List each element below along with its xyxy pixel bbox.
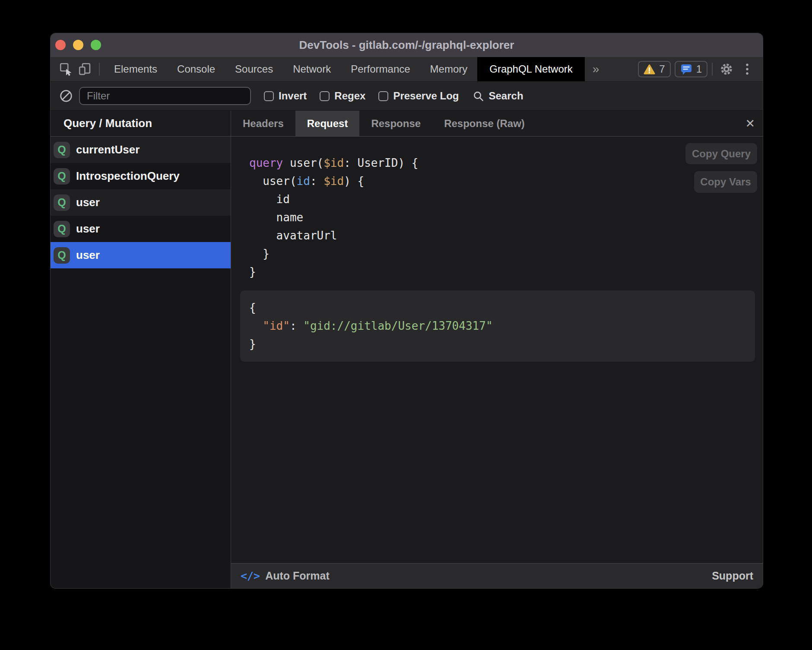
code-token: id [249,193,290,206]
code-token: $id [324,175,344,188]
tab-sources[interactable]: Sources [225,57,283,81]
detail-panel: HeadersRequestResponseResponse (Raw) ✕ q… [231,111,763,588]
traffic-lights [55,40,101,50]
code-token: user( [249,175,297,188]
query-list-item[interactable]: Quser [51,242,231,268]
code-token: id [297,175,310,188]
query-type-badge: Q [54,221,70,237]
code-token: "id" [263,319,290,332]
code-token: } [249,338,256,350]
checkbox-label: Preserve Log [393,90,459,102]
filter-options: InvertRegexPreserve Log [251,90,459,102]
code-line: } [249,263,418,281]
panel-tab-response[interactable]: Response [359,111,432,136]
filter-toolbar: InvertRegexPreserve Log Search [51,82,763,111]
tab-console[interactable]: Console [167,57,225,81]
code-token: : UserID) { [344,156,418,169]
tab-network[interactable]: Network [283,57,341,81]
query-type-badge: Q [54,247,70,264]
search-label: Search [488,90,523,102]
code-token: } [249,265,256,278]
code-token: ) { [344,175,364,188]
invert-checkbox-input[interactable] [264,91,274,101]
query-name: currentUser [76,143,140,156]
tab-memory[interactable]: Memory [420,57,478,81]
warning-icon [644,64,655,75]
warnings-badge[interactable]: 7 [638,61,670,77]
query-name: user [76,222,100,236]
close-window-button[interactable] [55,40,66,50]
code-token: query [249,156,283,169]
message-bubble-icon [680,64,692,75]
code-line: id [249,190,418,208]
preserve-log-checkbox-input[interactable] [378,91,388,101]
desktop: { "window": { "title": "DevTools - gitla… [0,0,812,650]
code-token: : [310,175,324,188]
tab-performance[interactable]: Performance [341,57,420,81]
devtools-tabs: ElementsConsoleSourcesNetworkPerformance… [104,57,477,81]
devtools-window: DevTools - gitlab.com/-/graphql-explorer… [51,33,763,588]
clear-filter-icon[interactable] [59,89,73,103]
tab-graphql-network[interactable]: GraphQL Network [477,57,585,81]
zoom-window-button[interactable] [91,40,101,50]
code-line: { [249,299,746,317]
checkbox-regex[interactable]: Regex [320,90,365,102]
code-token: name [249,211,303,224]
checkbox-label: Invert [279,90,307,102]
copy-vars-button[interactable]: Copy Vars [694,171,757,193]
code-line: } [249,245,418,263]
panel-tab-response-raw[interactable]: Response (Raw) [432,111,536,136]
kebab-menu-icon[interactable] [738,57,757,81]
devtools-tab-bar: ElementsConsoleSourcesNetworkPerformance… [51,57,763,82]
auto-format-label: Auto Format [265,570,330,582]
support-link[interactable]: Support [712,570,753,582]
panel-footer: </> Auto Format Support [231,563,763,588]
auto-format-button[interactable]: </> Auto Format [241,570,330,582]
sidebar-header: Query / Mutation [51,111,231,137]
graphql-query-code: query user($id: UserID) { user(id: $id) … [249,154,418,281]
query-list-item[interactable]: Quser [51,189,231,216]
code-token [249,319,263,332]
query-list-item[interactable]: QIntrospectionQuery [51,163,231,189]
checkbox-invert[interactable]: Invert [264,90,307,102]
code-token: avatarUrl [249,229,337,242]
panel-tab-request[interactable]: Request [295,111,360,136]
warnings-count: 7 [659,63,665,75]
query-type-badge: Q [54,142,70,158]
inspect-element-icon[interactable] [57,57,76,81]
messages-badge[interactable]: 1 [675,61,707,77]
code-token: user( [283,156,324,169]
gear-icon[interactable] [717,57,736,81]
minimize-window-button[interactable] [73,40,83,50]
code-token: { [249,301,256,314]
title-bar: DevTools - gitlab.com/-/graphql-explorer [51,33,763,57]
toolbar-divider-right [712,63,713,76]
query-name: user [76,196,100,209]
messages-count: 1 [696,63,702,75]
query-list: QcurrentUserQIntrospectionQueryQuserQuse… [51,137,231,268]
filter-input[interactable] [79,87,251,105]
copy-query-button[interactable]: Copy Query [685,143,757,164]
panel-tab-headers[interactable]: Headers [231,111,295,136]
close-icon[interactable]: ✕ [745,111,755,136]
search-icon [473,90,484,102]
code-token: } [249,247,270,260]
regex-checkbox-input[interactable] [320,91,330,101]
auto-format-icon: </> [241,570,260,582]
toolbar-divider [99,63,100,76]
device-toolbar-icon[interactable] [76,57,95,81]
search-control[interactable]: Search [473,90,523,102]
query-list-item[interactable]: QcurrentUser [51,137,231,163]
query-variables-box: { "id": "gid://gitlab/User/13704317"} [240,290,755,362]
query-sidebar: Query / Mutation QcurrentUserQIntrospect… [51,111,231,588]
panel-tabs-container: HeadersRequestResponseResponse (Raw) [231,111,536,136]
query-name: user [76,249,100,262]
tab-elements[interactable]: Elements [104,57,167,81]
code-token: : [290,319,303,332]
checkbox-preserve-log[interactable]: Preserve Log [378,90,459,102]
code-line: avatarUrl [249,226,418,245]
window-title: DevTools - gitlab.com/-/graphql-explorer [299,38,514,52]
panel-tab-bar: HeadersRequestResponseResponse (Raw) ✕ [231,111,763,137]
more-tabs-icon[interactable]: » [585,57,607,81]
query-list-item[interactable]: Quser [51,216,231,242]
